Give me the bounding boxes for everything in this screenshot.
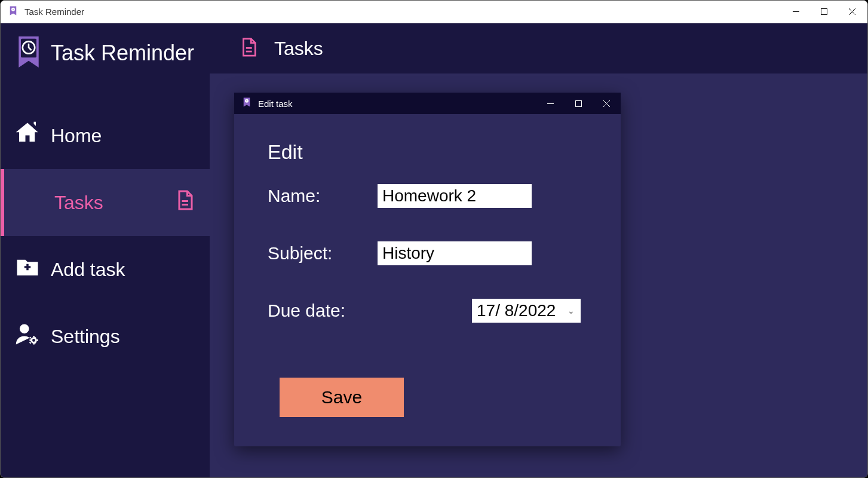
form-row-due-date: Due date: 17/ 8/2022 ⌄: [268, 299, 587, 323]
bookmark-clock-icon: [15, 36, 42, 70]
subject-input[interactable]: [378, 241, 532, 265]
sidebar-item-settings[interactable]: Settings: [1, 303, 210, 370]
sidebar-item-home[interactable]: Home: [1, 102, 210, 169]
name-input[interactable]: [378, 184, 532, 208]
svg-rect-2: [821, 9, 827, 15]
due-date-value: 17/ 8/2022: [477, 301, 556, 320]
modal-titlebar: Edit task: [234, 93, 621, 114]
titlebar-controls: [782, 2, 866, 22]
form-row-subject: Subject:: [268, 241, 587, 265]
main-titlebar: Task Reminder: [1, 1, 867, 23]
edit-task-dialog: Edit task Edit Name: Subjec: [234, 93, 621, 446]
name-label: Name:: [268, 186, 378, 206]
modal-body: Edit Name: Subject: Due date: 17/ 8/2022…: [234, 114, 621, 446]
modal-heading: Edit: [268, 140, 587, 164]
titlebar-left: Task Reminder: [8, 5, 84, 19]
modal-close-button[interactable]: [593, 93, 621, 114]
app-icon: [241, 97, 252, 110]
maximize-button[interactable]: [810, 2, 838, 22]
date-wrap: 17/ 8/2022 ⌄: [378, 299, 581, 323]
due-date-label: Due date:: [268, 301, 378, 321]
sidebar-item-add-task[interactable]: Add task: [1, 236, 210, 303]
app-icon: [8, 5, 19, 19]
nav-label: Add task: [51, 259, 125, 281]
svg-rect-6: [26, 264, 29, 271]
app-name: Task Reminder: [51, 41, 194, 66]
page-title: Tasks: [274, 38, 323, 60]
svg-point-1: [13, 9, 14, 10]
document-icon: [174, 189, 195, 216]
modal-title: Edit task: [258, 99, 293, 109]
svg-point-10: [246, 100, 247, 102]
due-date-input[interactable]: 17/ 8/2022 ⌄: [472, 299, 581, 323]
close-button[interactable]: [838, 2, 866, 22]
document-icon: [238, 37, 259, 60]
chevron-down-icon: ⌄: [568, 306, 575, 315]
modal-controls: [536, 93, 621, 114]
save-button[interactable]: Save: [280, 378, 404, 417]
subject-label: Subject:: [268, 243, 378, 263]
modal-titlebar-left: Edit task: [241, 97, 293, 110]
window-title: Task Reminder: [24, 7, 84, 17]
folder-plus-icon: [15, 255, 40, 284]
nav-label: Home: [51, 125, 102, 147]
form-row-name: Name:: [268, 184, 587, 208]
logo: Task Reminder: [1, 36, 210, 70]
home-icon: [15, 121, 40, 151]
modal-minimize-button[interactable]: [536, 93, 565, 114]
sidebar: Task Reminder Home Tasks Add task: [1, 23, 210, 477]
minimize-button[interactable]: [782, 2, 810, 22]
main-header: Tasks: [210, 23, 867, 73]
user-gear-icon: [15, 321, 40, 351]
modal-maximize-button[interactable]: [565, 93, 593, 114]
sidebar-item-tasks[interactable]: Tasks: [1, 169, 210, 236]
main-window: Task Reminder: [0, 0, 868, 478]
nav-label: Settings: [51, 326, 120, 348]
svg-point-7: [20, 324, 29, 333]
svg-rect-11: [576, 100, 582, 106]
nav-label: Tasks: [54, 192, 103, 214]
